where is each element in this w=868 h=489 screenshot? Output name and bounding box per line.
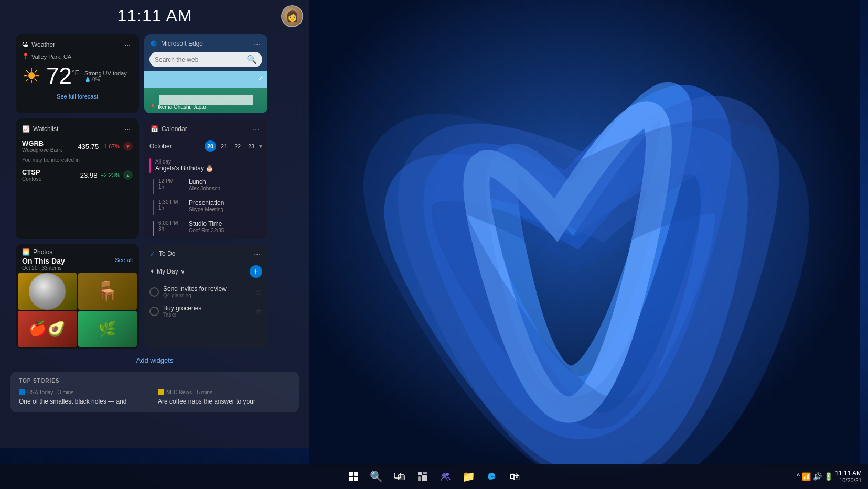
cal-presentation-time: 1:30 PM1h xyxy=(158,199,185,211)
calendar-title-row: 📅 Calendar xyxy=(151,125,187,133)
news-time-2: · 5 mins xyxy=(194,389,212,395)
news-source-1: USA Today · 3 mins xyxy=(19,389,152,395)
taskbar-clock[interactable]: 11:11 AM 10/20/21 xyxy=(835,470,862,483)
stock-ticker-1: WGRB xyxy=(22,139,62,147)
cal-day-20[interactable]: 20 xyxy=(205,140,216,152)
news-headline-1: One of the smallest black holes — and xyxy=(19,397,152,406)
avatar-image: 👩 xyxy=(282,6,302,26)
news-source-name-2: NBC News xyxy=(166,389,192,395)
photo-cell-2[interactable]: 🪑 xyxy=(78,273,137,310)
stock-price-row-1: 435.75 -1.67% ▼ xyxy=(78,142,133,151)
calendar-more-button[interactable]: ··· xyxy=(251,124,261,134)
taskbar-edge-button[interactable] xyxy=(481,466,502,487)
cal-birthday-title: Angela's Birthday 🎂 xyxy=(155,165,213,172)
watchlist-title: Watchlist xyxy=(33,125,58,133)
photos-date: Oct 20 · 33 items xyxy=(22,265,65,271)
todo-star-2[interactable]: ☆ xyxy=(255,307,262,316)
todo-text-2: Buy groceries Tasks xyxy=(163,305,251,318)
edge-search-input[interactable] xyxy=(155,56,243,63)
edge-header: Microsoft Edge ··· xyxy=(144,34,267,52)
todo-more-button[interactable]: ··· xyxy=(252,248,262,259)
desktop-wallpaper xyxy=(309,0,868,468)
cal-presentation-sub: Skype Meeting xyxy=(189,207,224,212)
cal-event-lunch: 12 PM1h Lunch Alex Johnson xyxy=(147,176,264,196)
stock-row-2: CTSP Contoso 23.98 +2.23% ▲ xyxy=(16,166,139,184)
edge-search-bar[interactable]: 🔍 xyxy=(149,52,262,67)
stock-arrow-up-icon: ▲ xyxy=(123,170,133,180)
cal-day-23[interactable]: 23 xyxy=(245,140,257,152)
cal-bar-lunch xyxy=(153,179,154,194)
weather-temp: 72°F xyxy=(46,63,79,89)
edge-location-overlay: 📍 Ikema Ohashi, Japan xyxy=(149,104,208,110)
battery-icon[interactable]: 🔋 xyxy=(824,472,833,481)
taskbar-files-button[interactable]: 📁 xyxy=(458,466,479,487)
taskbar-taskview-button[interactable] xyxy=(389,466,410,487)
sun-icon: ✦ xyxy=(149,268,155,275)
weather-title-row: 🌤 Weather xyxy=(22,41,55,48)
todo-circle-1[interactable] xyxy=(149,287,159,297)
edge-image: 📍 Ikema Ohashi, Japan ⤢ xyxy=(144,71,267,113)
user-avatar[interactable]: 👩 xyxy=(281,5,303,27)
photos-see-all[interactable]: See all xyxy=(115,257,133,263)
weather-icon-small: 🌤 xyxy=(22,41,28,48)
usa-today-logo xyxy=(19,389,25,395)
taskbar-start-button[interactable] xyxy=(343,466,364,487)
calendar-widget: 📅 Calendar ··· October 20 21 22 23 ▾ xyxy=(144,118,267,239)
news-item-1[interactable]: USA Today · 3 mins One of the smallest b… xyxy=(19,389,152,406)
todo-circle-2[interactable] xyxy=(149,307,159,316)
stock-name-2: Contoso xyxy=(22,176,41,182)
weather-forecast-link[interactable]: See full forecast xyxy=(16,89,139,100)
edge-more-button[interactable]: ··· xyxy=(252,38,262,49)
weather-header: 🌤 Weather ··· xyxy=(16,34,139,53)
news-item-2[interactable]: NBC News · 5 mins Are coffee naps the an… xyxy=(158,389,291,406)
stock-arrow-down-icon: ▼ xyxy=(123,142,133,151)
taskbar-teams-button[interactable] xyxy=(435,466,456,487)
calendar-chevron-icon[interactable]: ▾ xyxy=(259,143,262,150)
photos-icon: 🌅 xyxy=(22,248,30,256)
photos-title-row: 🌅 Photos xyxy=(22,248,65,256)
todo-item-1: Send invites for review Q4 planning ☆ xyxy=(144,282,267,301)
cal-event-allday: All day Angela's Birthday 🎂 xyxy=(144,155,267,175)
todo-star-1[interactable]: ☆ xyxy=(255,288,262,296)
stock-price-1: 435.75 xyxy=(78,143,99,150)
cal-presentation-title: Presentation xyxy=(189,199,224,207)
photo-cell-1[interactable] xyxy=(18,273,77,310)
taskbar-store-button[interactable]: 🛍 xyxy=(505,466,526,487)
news-section: TOP STORIES USA Today · 3 mins One of th… xyxy=(10,372,299,412)
taskbar-center: 🔍 xyxy=(343,466,526,487)
myday-row: ✦ My Day ∨ + xyxy=(144,263,267,282)
myday-add-button[interactable]: + xyxy=(250,265,262,278)
watchlist-more-button[interactable]: ··· xyxy=(122,124,133,134)
taskbar-right: ^ 📶 🔊 🔋 11:11 AM 10/20/21 xyxy=(797,470,862,483)
chevron-up-icon[interactable]: ^ xyxy=(797,472,800,481)
todo-task-name-1: Send invites for review xyxy=(163,285,251,292)
wifi-icon[interactable]: 📶 xyxy=(802,472,811,481)
weather-more-button[interactable]: ··· xyxy=(122,39,133,50)
photo-cell-3[interactable]: 🍎🥑 xyxy=(18,311,77,347)
todo-task-name-2: Buy groceries xyxy=(163,305,251,312)
todo-header: ✓ To Do ··· xyxy=(144,244,267,263)
news-time-1: · 3 mins xyxy=(55,389,73,395)
weather-humidity: 💧 0% xyxy=(84,77,127,82)
taskbar-widgets-button[interactable] xyxy=(412,466,433,487)
calendar-days: 20 21 22 23 ▾ xyxy=(205,140,262,152)
todo-text-1: Send invites for review Q4 planning xyxy=(163,285,251,298)
cal-event-presentation: 1:30 PM1h Presentation Skype Meeting xyxy=(147,197,264,217)
stock-ticker-2: CTSP xyxy=(22,168,41,176)
photo-cell-4[interactable]: 🌿 xyxy=(78,311,137,347)
cal-day-21[interactable]: 21 xyxy=(218,140,230,152)
cal-day-22[interactable]: 22 xyxy=(232,140,243,152)
photos-header: 🌅 Photos On This Day Oct 20 · 33 items S… xyxy=(16,244,139,273)
myday-chevron-icon: ∨ xyxy=(180,268,185,275)
volume-icon[interactable]: 🔊 xyxy=(813,472,822,481)
stock-price-row-2: 23.98 +2.23% ▲ xyxy=(80,170,133,180)
news-grid: USA Today · 3 mins One of the smallest b… xyxy=(19,389,291,406)
calendar-nav: October 20 21 22 23 ▾ xyxy=(144,137,267,155)
svg-rect-11 xyxy=(422,475,427,481)
edge-expand-icon[interactable]: ⤢ xyxy=(258,74,263,82)
taskbar-search-button[interactable]: 🔍 xyxy=(366,466,387,487)
add-widgets-button[interactable]: Add widgets xyxy=(136,356,174,364)
todo-item-2: Buy groceries Tasks ☆ xyxy=(144,301,267,321)
cal-studio-title: Studio Time xyxy=(189,220,224,227)
svg-rect-3 xyxy=(354,472,358,476)
